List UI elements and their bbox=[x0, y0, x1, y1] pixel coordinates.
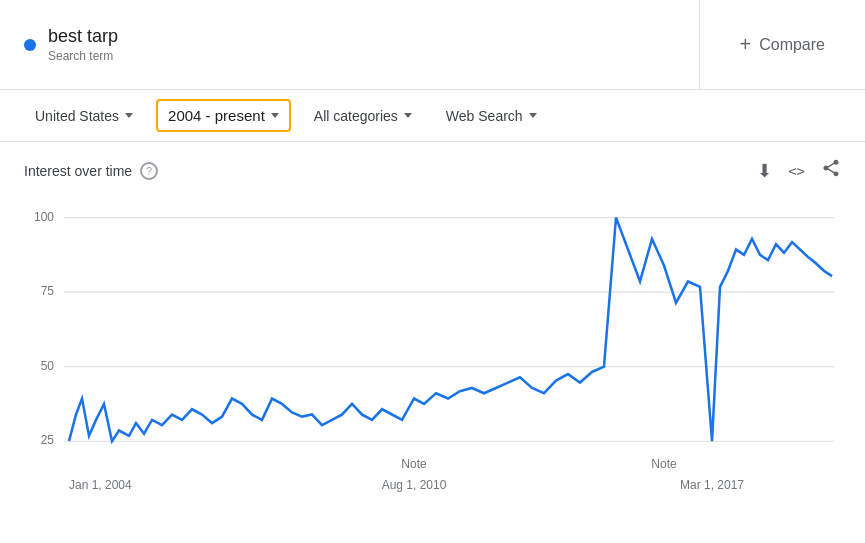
svg-text:Note: Note bbox=[651, 456, 676, 470]
compare-area[interactable]: + Compare bbox=[700, 0, 866, 89]
header-section: best tarp Search term + Compare bbox=[0, 0, 865, 90]
region-label: United States bbox=[35, 108, 119, 124]
svg-text:100: 100 bbox=[34, 209, 54, 223]
chart-section: Interest over time ? ⬇ <> 100 75 50 25 bbox=[0, 142, 865, 521]
region-dropdown[interactable]: United States bbox=[24, 101, 144, 131]
search-term-label: Search term bbox=[48, 49, 118, 63]
svg-text:Note: Note bbox=[401, 456, 426, 470]
category-label: All categories bbox=[314, 108, 398, 124]
svg-text:Aug 1, 2010: Aug 1, 2010 bbox=[382, 478, 447, 492]
svg-text:50: 50 bbox=[41, 359, 54, 373]
search-type-dropdown-arrow bbox=[529, 113, 537, 118]
compare-label: Compare bbox=[759, 36, 825, 54]
chart-title: Interest over time bbox=[24, 163, 132, 179]
search-term-area: best tarp Search term bbox=[0, 0, 700, 89]
search-type-label: Web Search bbox=[446, 108, 523, 124]
svg-text:Mar 1, 2017: Mar 1, 2017 bbox=[680, 478, 744, 492]
search-term-name: best tarp bbox=[48, 26, 118, 47]
filter-bar: United States 2004 - present All categor… bbox=[0, 90, 865, 142]
time-range-dropdown[interactable]: 2004 - present bbox=[156, 99, 291, 132]
share-icon[interactable] bbox=[821, 158, 841, 183]
search-type-dropdown[interactable]: Web Search bbox=[435, 101, 548, 131]
chart-container: 100 75 50 25 Jan 1, 2004 Aug 1, 2010 Mar… bbox=[24, 191, 841, 521]
chart-title-area: Interest over time ? bbox=[24, 162, 158, 180]
download-icon[interactable]: ⬇ bbox=[757, 160, 772, 182]
svg-text:Jan 1, 2004: Jan 1, 2004 bbox=[69, 478, 132, 492]
time-range-label: 2004 - present bbox=[168, 107, 265, 124]
search-term-text: best tarp Search term bbox=[48, 26, 118, 63]
help-icon[interactable]: ? bbox=[140, 162, 158, 180]
time-range-dropdown-arrow bbox=[271, 113, 279, 118]
chart-header: Interest over time ? ⬇ <> bbox=[24, 158, 841, 183]
region-dropdown-arrow bbox=[125, 113, 133, 118]
category-dropdown[interactable]: All categories bbox=[303, 101, 423, 131]
term-indicator-dot bbox=[24, 39, 36, 51]
chart-actions: ⬇ <> bbox=[757, 158, 841, 183]
embed-icon[interactable]: <> bbox=[788, 163, 805, 179]
svg-text:25: 25 bbox=[41, 433, 54, 447]
category-dropdown-arrow bbox=[404, 113, 412, 118]
compare-plus-icon: + bbox=[740, 33, 752, 56]
svg-text:75: 75 bbox=[41, 284, 54, 298]
trend-chart: 100 75 50 25 Jan 1, 2004 Aug 1, 2010 Mar… bbox=[24, 191, 841, 521]
